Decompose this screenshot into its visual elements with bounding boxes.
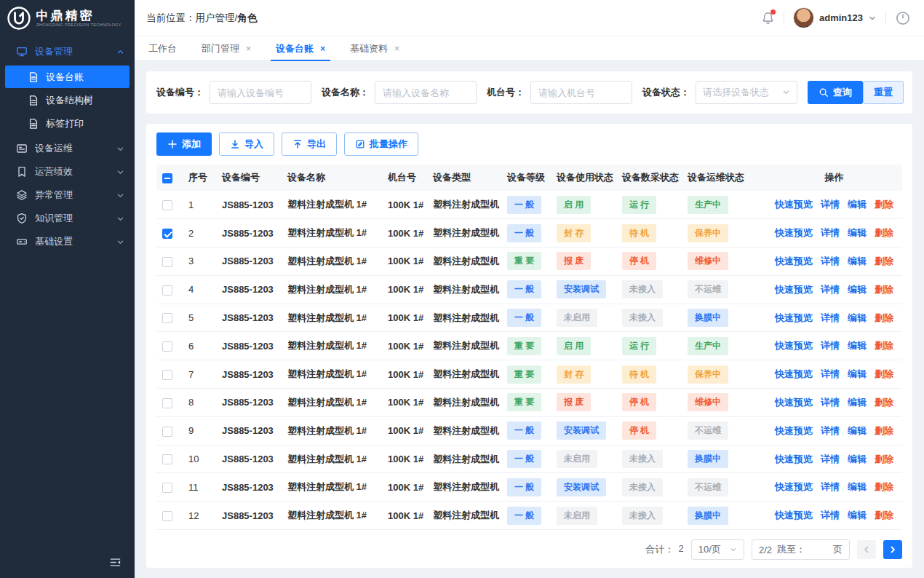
close-icon[interactable]: × bbox=[320, 44, 325, 53]
action-link-3[interactable]: 删除 bbox=[875, 424, 893, 438]
sidebar-subitem-1[interactable]: 设备结构树 bbox=[5, 89, 130, 111]
sidebar-subitem-0[interactable]: 设备台账 bbox=[5, 66, 130, 88]
filter-input-2[interactable] bbox=[530, 81, 632, 104]
menu-fold-icon[interactable] bbox=[109, 556, 122, 569]
action-link-0[interactable]: 快速预览 bbox=[775, 198, 813, 211]
action-link-3[interactable]: 删除 bbox=[875, 339, 893, 352]
add-button[interactable]: 添加 bbox=[156, 132, 212, 156]
action-link-3[interactable]: 删除 bbox=[875, 509, 893, 522]
row-checkbox[interactable] bbox=[162, 370, 172, 380]
status-badge: 保养中 bbox=[688, 365, 728, 384]
row-checkbox[interactable] bbox=[162, 200, 172, 210]
action-link-1[interactable]: 详情 bbox=[821, 339, 840, 352]
sidebar-item-0[interactable]: 设备管理 bbox=[0, 40, 135, 63]
action-link-3[interactable]: 删除 bbox=[875, 396, 893, 409]
action-link-2[interactable]: 编辑 bbox=[848, 339, 867, 352]
row-checkbox[interactable] bbox=[162, 427, 172, 437]
action-link-0[interactable]: 快速预览 bbox=[775, 312, 813, 325]
tab-1[interactable]: 部门管理× bbox=[189, 36, 263, 60]
action-link-0[interactable]: 快速预览 bbox=[775, 424, 813, 438]
action-link-0[interactable]: 快速预览 bbox=[775, 396, 813, 409]
action-link-0[interactable]: 快速预览 bbox=[775, 509, 813, 522]
action-link-3[interactable]: 删除 bbox=[875, 453, 893, 466]
sidebar-item-5[interactable]: 基础设置 bbox=[0, 230, 135, 253]
action-link-2[interactable]: 编辑 bbox=[848, 226, 867, 239]
action-link-0[interactable]: 快速预览 bbox=[775, 339, 813, 352]
action-link-2[interactable]: 编辑 bbox=[848, 283, 867, 296]
action-link-2[interactable]: 编辑 bbox=[848, 424, 867, 438]
filter-input-0[interactable] bbox=[210, 81, 311, 104]
batch-button[interactable]: 批量操作 bbox=[344, 132, 418, 156]
action-link-3[interactable]: 删除 bbox=[875, 368, 893, 381]
user-menu[interactable]: admin123 bbox=[793, 7, 877, 28]
action-link-1[interactable]: 详情 bbox=[821, 424, 840, 438]
action-link-1[interactable]: 详情 bbox=[821, 198, 840, 211]
action-link-3[interactable]: 删除 bbox=[875, 283, 893, 296]
action-link-2[interactable]: 编辑 bbox=[848, 480, 867, 494]
prev-page-button[interactable] bbox=[857, 540, 876, 559]
page-size-select[interactable]: 10/页 bbox=[691, 539, 744, 560]
action-link-2[interactable]: 编辑 bbox=[848, 509, 867, 522]
filter-select-3[interactable]: 请选择设备状态 bbox=[696, 81, 797, 104]
action-link-0[interactable]: 快速预览 bbox=[775, 453, 813, 466]
import-button[interactable]: 导入 bbox=[219, 132, 274, 156]
status-badge: 一 般 bbox=[507, 224, 541, 242]
action-link-0[interactable]: 快速预览 bbox=[775, 368, 813, 381]
action-link-3[interactable]: 删除 bbox=[875, 480, 893, 494]
action-link-0[interactable]: 快速预览 bbox=[775, 283, 813, 296]
reset-button[interactable]: 重置 bbox=[863, 81, 904, 104]
close-icon[interactable]: × bbox=[246, 44, 251, 53]
action-link-1[interactable]: 详情 bbox=[821, 368, 840, 381]
action-link-1[interactable]: 详情 bbox=[821, 255, 840, 268]
row-checkbox[interactable] bbox=[162, 483, 172, 493]
row-checkbox[interactable] bbox=[162, 285, 172, 296]
current-page: 2/2 bbox=[759, 545, 772, 555]
action-link-3[interactable]: 删除 bbox=[875, 226, 893, 239]
action-link-2[interactable]: 编辑 bbox=[848, 312, 867, 325]
tab-0[interactable]: 工作台 bbox=[136, 36, 189, 60]
sidebar-item-2[interactable]: 运营绩效 bbox=[0, 160, 135, 183]
action-link-2[interactable]: 编辑 bbox=[848, 255, 867, 268]
sidebar-subitem-2[interactable]: 标签打印 bbox=[5, 112, 130, 135]
export-button[interactable]: 导出 bbox=[282, 132, 337, 156]
row-checkbox[interactable] bbox=[162, 454, 172, 464]
power-icon[interactable] bbox=[895, 10, 911, 26]
tab-3[interactable]: 基础资料× bbox=[338, 36, 412, 60]
action-link-3[interactable]: 删除 bbox=[875, 255, 893, 268]
tab-2[interactable]: 设备台账× bbox=[263, 36, 338, 60]
row-checkbox[interactable] bbox=[162, 313, 172, 323]
row-select-cell bbox=[156, 473, 183, 502]
sidebar-item-3[interactable]: 异常管理 bbox=[0, 183, 135, 207]
jump-input[interactable] bbox=[811, 545, 828, 555]
action-link-1[interactable]: 详情 bbox=[821, 396, 840, 409]
action-link-0[interactable]: 快速预览 bbox=[775, 255, 813, 268]
cell-name: 塑料注射成型机 1# bbox=[282, 304, 382, 332]
action-link-2[interactable]: 编辑 bbox=[848, 368, 867, 381]
next-page-button[interactable] bbox=[883, 540, 902, 559]
action-link-3[interactable]: 删除 bbox=[875, 312, 893, 325]
sidebar-item-1[interactable]: 设备运维 bbox=[0, 137, 135, 160]
filter-input-1[interactable] bbox=[375, 81, 477, 104]
action-link-1[interactable]: 详情 bbox=[821, 226, 840, 239]
action-link-1[interactable]: 详情 bbox=[821, 453, 840, 466]
row-checkbox[interactable] bbox=[162, 398, 172, 408]
search-button[interactable]: 查询 bbox=[808, 81, 863, 104]
action-link-2[interactable]: 编辑 bbox=[848, 453, 867, 466]
action-link-1[interactable]: 详情 bbox=[821, 312, 840, 325]
bell-icon[interactable] bbox=[761, 11, 775, 25]
action-link-2[interactable]: 编辑 bbox=[848, 198, 867, 211]
action-link-0[interactable]: 快速预览 bbox=[775, 226, 813, 239]
row-checkbox[interactable] bbox=[162, 229, 172, 239]
action-link-0[interactable]: 快速预览 bbox=[775, 480, 813, 494]
action-link-1[interactable]: 详情 bbox=[821, 283, 840, 296]
action-link-1[interactable]: 详情 bbox=[821, 509, 840, 522]
action-link-3[interactable]: 删除 bbox=[875, 198, 893, 211]
sidebar-item-4[interactable]: 知识管理 bbox=[0, 207, 135, 230]
row-checkbox[interactable] bbox=[162, 511, 172, 521]
action-link-2[interactable]: 编辑 bbox=[848, 396, 867, 409]
row-checkbox[interactable] bbox=[162, 257, 172, 267]
select-all-checkbox[interactable] bbox=[162, 173, 172, 183]
close-icon[interactable]: × bbox=[394, 44, 399, 53]
row-checkbox[interactable] bbox=[162, 341, 172, 352]
action-link-1[interactable]: 详情 bbox=[821, 480, 840, 494]
